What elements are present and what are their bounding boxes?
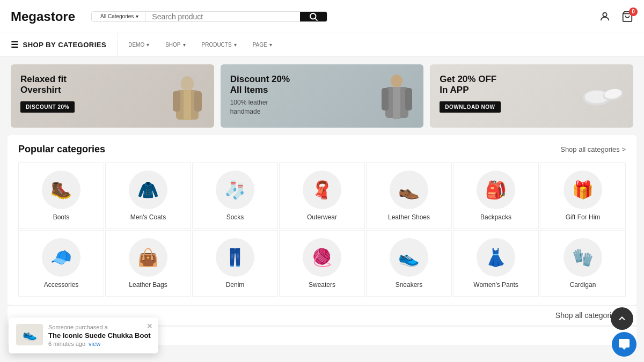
- header-icons: 0: [599, 11, 633, 23]
- leather-bags-circle: 👜: [129, 238, 167, 277]
- nav-products[interactable]: PRODUCTS ▾: [202, 42, 237, 48]
- svg-rect-11: [382, 88, 389, 110]
- womens-pants-label: Women's Pants: [473, 281, 518, 289]
- account-button[interactable]: [599, 11, 611, 23]
- category-womens-pants[interactable]: 👗 Women's Pants: [453, 230, 539, 297]
- banner-2-image: [375, 74, 418, 128]
- category-sneakers[interactable]: 👟 Sneakers: [366, 230, 452, 297]
- cart-button[interactable]: 0: [621, 11, 633, 23]
- arrow-up-icon: [617, 313, 627, 324]
- shop-by-label: SHOP BY CATEGORIES: [23, 41, 107, 49]
- banner-leather[interactable]: Discount 20%All Items 100% leatherhandma…: [221, 64, 424, 128]
- hero-banners: Relaxed fitOvershirt DISCOUNT 20% Discou…: [0, 57, 644, 135]
- shop-all-link-top[interactable]: Shop all categories >: [560, 145, 626, 153]
- sweaters-label: Sweaters: [309, 281, 335, 289]
- svg-point-2: [603, 12, 606, 16]
- category-outerwear[interactable]: 🧣 Outerwear: [279, 162, 365, 229]
- cardigan-circle: 🧤: [564, 238, 602, 277]
- womens-pants-icon: 👗: [485, 247, 507, 268]
- denim-icon: 👖: [224, 247, 246, 268]
- nav-products-label: PRODUCTS: [202, 42, 232, 48]
- outerwear-label: Outerwear: [307, 213, 337, 221]
- banner-app[interactable]: Get 20% OFFIn APP DOWNLOAD NOW: [430, 64, 633, 128]
- hamburger-icon: ☰: [11, 40, 19, 50]
- banner-1-button[interactable]: DISCOUNT 20%: [20, 101, 75, 113]
- gift-icon: 🎁: [572, 180, 594, 200]
- category-boots[interactable]: 🥾 Boots: [18, 162, 104, 229]
- category-select[interactable]: All Categories ▾: [92, 12, 145, 21]
- boot-icon: 👟: [23, 328, 37, 342]
- category-mens-coats[interactable]: 🧥 Men's Coats: [105, 162, 191, 229]
- outerwear-icon: 🧣: [311, 180, 333, 200]
- nav-page-label: PAGE: [253, 42, 267, 48]
- category-accessories[interactable]: 🧢 Accessories: [18, 230, 104, 297]
- gift-circle: 🎁: [564, 171, 602, 209]
- banner-overshirt[interactable]: Relaxed fitOvershirt DISCOUNT 20%: [11, 64, 214, 128]
- womens-pants-circle: 👗: [477, 238, 515, 277]
- chat-button[interactable]: [612, 332, 636, 357]
- category-select-label: All Categories: [100, 13, 134, 19]
- denim-circle: 👖: [216, 238, 254, 277]
- nav-shop[interactable]: SHOP ▾: [165, 42, 185, 48]
- search-bar: All Categories ▾: [91, 11, 327, 22]
- banner-3-image: [582, 70, 625, 123]
- mens-coats-label: Men's Coats: [130, 213, 166, 221]
- notification-time-text: 6 minutes ago: [48, 341, 85, 347]
- logo: Megastore: [11, 9, 75, 24]
- mens-coats-circle: 🧥: [129, 171, 167, 209]
- categories-title: Popular categories: [18, 144, 105, 155]
- category-leather-shoes[interactable]: 👞 Leather Shoes: [366, 162, 452, 229]
- cardigan-icon: 🧤: [572, 247, 594, 268]
- svg-rect-8: [184, 90, 191, 120]
- banner-1-image: [166, 74, 209, 128]
- notification-view-link[interactable]: view: [89, 341, 100, 347]
- leather-shoes-circle: 👞: [390, 171, 428, 209]
- category-cardigan[interactable]: 🧤 Cardigan: [540, 230, 626, 297]
- notification-product-image: 👟: [16, 324, 43, 345]
- sweaters-circle: 🧶: [303, 238, 341, 277]
- backpacks-circle: 🎒: [477, 171, 515, 209]
- svg-rect-13: [393, 87, 400, 119]
- shop-by-categories[interactable]: ☰ SHOP BY CATEGORIES: [0, 33, 118, 56]
- chat-icon: [618, 338, 631, 351]
- category-denim[interactable]: 👖 Denim: [192, 230, 278, 297]
- nav-shop-chevron: ▾: [183, 42, 186, 48]
- category-backpacks[interactable]: 🎒 Backpacks: [453, 162, 539, 229]
- notification-time: 6 minutes ago view: [48, 341, 151, 347]
- svg-rect-12: [405, 88, 412, 110]
- leather-shoes-label: Leather Shoes: [388, 213, 430, 221]
- sneakers-icon: 👟: [398, 247, 420, 268]
- svg-rect-7: [194, 91, 202, 112]
- nav-demo[interactable]: DEMO ▾: [128, 42, 149, 48]
- nav-products-chevron: ▾: [234, 42, 237, 48]
- category-gift-for-him[interactable]: 🎁 Gift For Him: [540, 162, 626, 229]
- search-button[interactable]: [300, 12, 327, 21]
- notification-close-button[interactable]: ✕: [147, 322, 153, 330]
- backpacks-label: Backpacks: [480, 213, 511, 221]
- banner-3-button[interactable]: DOWNLOAD NOW: [440, 101, 500, 113]
- nav-page-chevron: ▾: [269, 42, 272, 48]
- denim-label: Denim: [226, 281, 245, 289]
- leather-bags-label: Leather Bags: [129, 281, 167, 289]
- svg-rect-6: [173, 91, 180, 112]
- notification-description: Someone purchased a: [48, 324, 151, 330]
- svg-point-4: [181, 76, 194, 91]
- accessories-circle: 🧢: [42, 238, 80, 277]
- sweaters-icon: 🧶: [311, 247, 333, 268]
- main-nav: ☰ SHOP BY CATEGORIES DEMO ▾ SHOP ▾ PRODU…: [0, 33, 644, 57]
- sneakers-label: Sneakers: [396, 281, 423, 289]
- categories-row-2: 🧢 Accessories 👜 Leather Bags 👖 Denim 🧶 S…: [18, 230, 626, 297]
- category-sweaters[interactable]: 🧶 Sweaters: [279, 230, 365, 297]
- backpacks-icon: 🎒: [485, 180, 507, 200]
- nav-links: DEMO ▾ SHOP ▾ PRODUCTS ▾ PAGE ▾: [118, 33, 283, 56]
- search-input[interactable]: [145, 12, 300, 21]
- category-leather-bags[interactable]: 👜 Leather Bags: [105, 230, 191, 297]
- svg-point-0: [310, 13, 316, 19]
- svg-point-9: [391, 75, 402, 87]
- notification-product-name: The Iconic Suede Chukka Boot: [48, 331, 151, 339]
- socks-icon: 🧦: [224, 180, 246, 200]
- boots-label: Boots: [53, 213, 70, 221]
- nav-page[interactable]: PAGE ▾: [253, 42, 272, 48]
- scroll-to-top-button[interactable]: [611, 307, 633, 330]
- category-socks[interactable]: 🧦 Socks: [192, 162, 278, 229]
